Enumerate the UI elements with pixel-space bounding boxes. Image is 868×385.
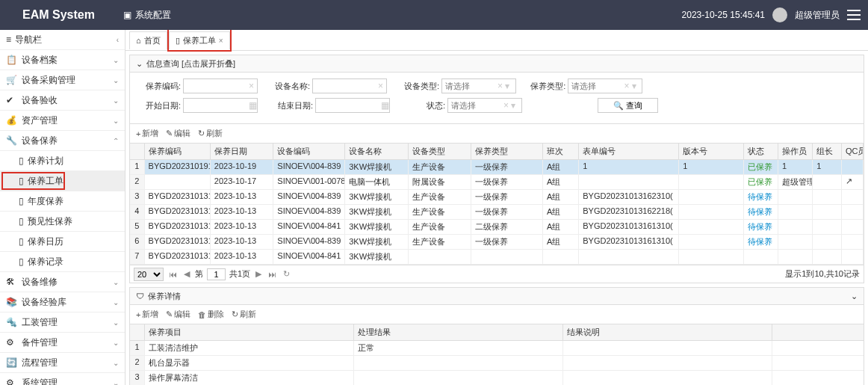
search-button[interactable]: 🔍查询 (598, 98, 658, 113)
sidebar-subitem[interactable]: ▯预见性保养 (0, 212, 125, 232)
next-page-button[interactable]: ▶ (254, 269, 263, 279)
last-page-button[interactable]: ⏭ (267, 270, 278, 279)
document-icon: ▯ (19, 155, 24, 166)
calendar-icon[interactable]: ▦ (249, 100, 257, 111)
chevron-left-icon: ‹ (117, 36, 119, 44)
chevron-icon: ⌄ (113, 96, 119, 105)
document-icon: ▯ (19, 256, 24, 267)
status-badge: 已保养 (744, 160, 778, 174)
home-icon: ⌂ (136, 36, 141, 45)
document-icon: ▯ (19, 236, 24, 247)
col-devcode[interactable]: 设备编码 (273, 144, 345, 159)
sidebar-item[interactable]: 🔧设备保养⌃ (0, 131, 125, 151)
col-qc[interactable]: QC员 (842, 144, 864, 159)
detail-toolbar: +新增 ✎编辑 🗑删除 ↻刷新 (129, 305, 864, 324)
plus-icon: + (136, 310, 140, 319)
table-row[interactable]: 1工装清洁维护正常 (130, 341, 864, 356)
table-row[interactable]: 4BYGD20231013162218(2023-10-13SINOEV\004… (130, 205, 864, 220)
table-row[interactable]: 5BYGD20231013161310(2023-10-13SINOEV\004… (130, 220, 864, 235)
col-devtype[interactable]: 设备类型 (409, 144, 471, 159)
col-op[interactable]: 操作员 (778, 144, 813, 159)
item-icon: 📚 (6, 297, 18, 307)
avatar[interactable] (772, 7, 787, 22)
sidebar-item[interactable]: ⚙系统管理⌄ (0, 373, 125, 385)
sidebar-subitem[interactable]: ▯保养工单 (0, 171, 125, 191)
tab-home[interactable]: ⌂ 首页 (129, 31, 167, 49)
refresh-button[interactable]: ↻刷新 (198, 128, 223, 139)
start-date-input[interactable] (183, 98, 258, 113)
devname-input[interactable] (312, 78, 387, 93)
sidebar-subitem[interactable]: ▯保养记录 (0, 252, 125, 272)
sidebar-item[interactable]: 🔩工装管理⌄ (0, 312, 125, 333)
search-panel-header[interactable]: ⌄ 信息查询 [点击展开折叠] (129, 55, 864, 73)
table-row[interactable]: 22023-10-17SINOEV\001-00785电脑一体机附属设备一级保养… (130, 175, 864, 190)
chevron-icon: ⌄ (113, 359, 119, 367)
sidebar-item[interactable]: 📋设备档案⌄ (0, 50, 125, 70)
sidebar-nav-header[interactable]: ≡ 导航栏 ‹ (0, 30, 125, 50)
pencil-icon: ✎ (166, 309, 173, 319)
close-icon[interactable]: × (219, 37, 223, 45)
delete-button[interactable]: 🗑删除 (198, 309, 224, 320)
code-input[interactable] (183, 78, 258, 93)
item-icon: 💰 (6, 115, 18, 126)
chevron-icon: ⌄ (113, 76, 119, 84)
add-button[interactable]: +新增 (136, 128, 158, 139)
table-row[interactable]: 3BYGD20231013162310(2023-10-13SINOEV\004… (130, 190, 864, 205)
clear-icon[interactable]: × (378, 81, 383, 91)
col-code[interactable]: 保养编码 (145, 144, 211, 159)
table-row[interactable]: 3操作屏幕清洁 (130, 371, 864, 385)
end-date-input[interactable] (315, 98, 390, 113)
col-result[interactable]: 处理结果 (354, 324, 563, 340)
col-status[interactable]: 状态 (744, 144, 778, 159)
col-mtype[interactable]: 保养类型 (471, 144, 543, 159)
clear-icon[interactable]: × (249, 81, 254, 91)
sidebar-subitem[interactable]: ▯年度保养 (0, 191, 125, 212)
col-devname[interactable]: 设备名称 (345, 144, 408, 159)
col-item[interactable]: 保养项目 (145, 324, 354, 340)
refresh-icon: ↻ (232, 309, 238, 319)
prev-page-button[interactable]: ◀ (182, 269, 191, 279)
page-size-select[interactable]: 20 (134, 268, 164, 281)
item-icon: 🛒 (6, 75, 18, 85)
col-shift[interactable]: 班次 (543, 144, 579, 159)
edit-button[interactable]: ✎编辑 (166, 309, 190, 320)
sidebar-item[interactable]: ✔设备验收⌄ (0, 90, 125, 111)
chevron-icon: ⌄ (113, 56, 119, 64)
sidebar-subitem[interactable]: ▯保养日历 (0, 232, 125, 252)
sidebar-item[interactable]: ⚙备件管理⌄ (0, 333, 125, 353)
sidebar-item[interactable]: 🔄流程管理⌄ (0, 353, 125, 373)
page-input[interactable] (207, 268, 226, 280)
sidebar-item[interactable]: 🛒设备采购管理⌄ (0, 70, 125, 90)
tab-maintenance-order[interactable]: ▯ 保养工单 × (169, 31, 230, 49)
table-row[interactable]: 7BYGD20231013161210(2023-10-13SINOEV\004… (130, 250, 864, 265)
hamburger-icon[interactable] (847, 10, 861, 20)
first-page-button[interactable]: ⏮ (167, 270, 179, 279)
table-row[interactable]: 1BYGD20231019114235(2023-10-19SINOEV\004… (130, 160, 864, 175)
reload-button[interactable]: ↻ (282, 269, 291, 279)
status-label: 状态: (400, 100, 445, 111)
col-date[interactable]: 保养日期 (211, 144, 273, 159)
chevron-icon: ⌄ (113, 117, 119, 125)
sidebar-item[interactable]: 📚设备经验库⌄ (0, 292, 125, 312)
add-button[interactable]: +新增 (136, 309, 158, 320)
table-row[interactable]: 2机台显示器 (130, 356, 864, 371)
detail-panel-header[interactable]: 🛡 保养详情 ⌄ (129, 287, 864, 305)
sys-config-link[interactable]: ▣ 系统配置 (123, 9, 171, 22)
item-icon: 🔄 (6, 357, 18, 368)
trash-icon: 🗑 (198, 310, 206, 319)
col-ver[interactable]: 版本号 (679, 144, 743, 159)
edit-button[interactable]: ✎编辑 (166, 128, 190, 139)
col-leader[interactable]: 组长 (813, 144, 842, 159)
col-form[interactable]: 表单编号 (579, 144, 679, 159)
table-row[interactable]: 6BYGD20231013161310(2023-10-13SINOEV\004… (130, 235, 864, 250)
document-icon: ▯ (19, 216, 24, 227)
col-note[interactable]: 结果说明 (563, 324, 772, 340)
calendar-icon[interactable]: ▦ (381, 100, 389, 111)
sidebar-subitem[interactable]: ▯保养计划 (0, 151, 125, 171)
pencil-icon: ✎ (166, 129, 173, 138)
plus-icon: + (136, 129, 140, 138)
chevron-down-icon: ⌄ (136, 59, 143, 69)
refresh-button[interactable]: ↻刷新 (232, 309, 256, 320)
sidebar-item[interactable]: 🛠设备维修⌄ (0, 272, 125, 292)
sidebar-item[interactable]: 💰资产管理⌄ (0, 111, 125, 131)
